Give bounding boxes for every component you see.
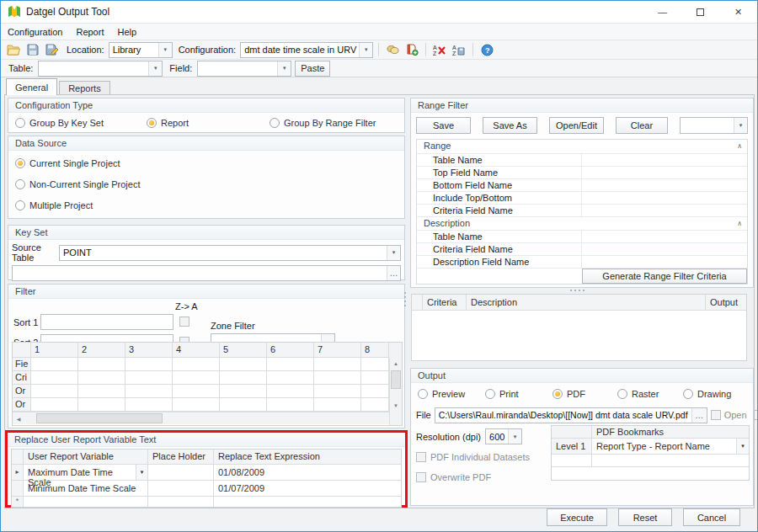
menu-help[interactable]: Help xyxy=(110,24,143,40)
bookmarks-empty-row[interactable] xyxy=(552,466,749,480)
chevron-down-icon[interactable]: ▾ xyxy=(136,465,147,480)
column-header[interactable]: 7 xyxy=(314,343,361,358)
grid-cell[interactable] xyxy=(361,398,389,412)
grid-cell[interactable] xyxy=(78,385,125,398)
property-value[interactable] xyxy=(582,154,747,166)
silent-checkbox[interactable] xyxy=(754,410,758,420)
generate-range-filter-button[interactable]: Generate Range Filter Criteria xyxy=(582,269,747,284)
help-button[interactable]: ? xyxy=(478,42,495,58)
placeholder-cell[interactable] xyxy=(148,497,214,507)
ellipsis-icon[interactable]: … xyxy=(387,266,400,280)
column-header[interactable]: Description xyxy=(467,295,706,311)
grid-cell[interactable] xyxy=(78,371,125,385)
pdf-individual-checkbox[interactable] xyxy=(416,452,426,462)
placeholder-cell[interactable] xyxy=(148,481,214,497)
clear-button[interactable]: Clear xyxy=(616,117,668,134)
radio-print[interactable]: Print xyxy=(485,389,552,399)
expression-cell[interactable]: 01/07/2009 xyxy=(214,481,401,497)
bookmarks-empty-row[interactable] xyxy=(552,455,749,466)
radio-multiple-project[interactable]: Multiple Project xyxy=(15,200,404,210)
variable-cell[interactable]: Minimum Date Time Scale xyxy=(24,481,148,497)
minimize-button[interactable]: — xyxy=(643,1,681,23)
configuration-combobox[interactable]: dmt date time scale in URV ▾ xyxy=(240,42,373,58)
grid-cell[interactable] xyxy=(31,358,78,371)
grid-cell[interactable] xyxy=(361,385,389,398)
criteria-splitter[interactable] xyxy=(570,290,585,291)
save-range-button[interactable]: Save xyxy=(416,117,471,134)
grid-cell[interactable] xyxy=(78,398,125,412)
menu-configuration[interactable]: Configuration xyxy=(1,24,69,40)
open-edit-button[interactable]: Open/Edit xyxy=(549,117,604,134)
property-value[interactable] xyxy=(582,179,747,191)
grid-cell[interactable] xyxy=(314,385,361,398)
chevron-down-icon[interactable]: ▾ xyxy=(508,429,521,444)
property-value[interactable] xyxy=(582,243,747,255)
replace-grid-row[interactable]: Minimum Date Time Scale 01/07/2009 xyxy=(12,481,401,497)
source-table-combobox[interactable]: POINT ▾ xyxy=(59,245,401,261)
tab-general[interactable]: General xyxy=(6,78,57,95)
grid-cell[interactable] xyxy=(220,398,267,412)
table-combobox[interactable]: ▾ xyxy=(38,61,163,77)
grid-cell[interactable] xyxy=(78,358,125,371)
open-checkbox[interactable] xyxy=(711,410,721,420)
filter-grid-row[interactable]: Fie xyxy=(13,358,402,371)
scroll-down-icon[interactable]: ▼ xyxy=(390,400,402,412)
radio-drawing[interactable]: Drawing xyxy=(683,389,731,399)
bookmark-value-cell[interactable]: Report Type - Report Name ▾ xyxy=(592,439,749,455)
grid-cell[interactable] xyxy=(173,358,220,371)
radio-pdf[interactable]: PDF xyxy=(552,389,617,399)
sort1-input[interactable] xyxy=(40,314,173,330)
reset-button[interactable]: Reset xyxy=(618,508,672,526)
location-combobox[interactable]: Library ▾ xyxy=(109,42,173,58)
radio-preview[interactable]: Preview xyxy=(418,389,485,399)
grid-cell[interactable] xyxy=(173,385,220,398)
chevron-down-icon[interactable]: ▾ xyxy=(277,61,291,76)
radio-group-by-range-filter[interactable]: Group By Range Filter xyxy=(270,118,376,128)
variable-cell[interactable] xyxy=(24,497,148,507)
column-header[interactable]: 1 xyxy=(31,343,78,358)
delete-sort-button[interactable]: A Z xyxy=(431,42,448,58)
range-section-header[interactable]: Range ∧ xyxy=(417,140,747,153)
description-section-header[interactable]: Description ∧ xyxy=(417,216,747,230)
grid-cell[interactable] xyxy=(31,371,78,385)
grid-cell[interactable] xyxy=(220,371,267,385)
expression-cell[interactable]: 01/08/2009 xyxy=(214,465,401,481)
property-row[interactable]: Table Name xyxy=(417,153,747,166)
collapse-icon[interactable]: ∧ xyxy=(737,140,742,153)
scroll-thumb[interactable] xyxy=(36,413,163,423)
property-row[interactable]: Description Field Name xyxy=(417,255,747,268)
column-header[interactable]: User Report Variable xyxy=(24,450,148,465)
new-report-button[interactable] xyxy=(403,42,420,58)
chevron-down-icon[interactable]: ▾ xyxy=(736,439,749,454)
copy-configuration-button[interactable] xyxy=(384,42,401,58)
scroll-thumb[interactable] xyxy=(391,370,401,389)
grid-cell[interactable] xyxy=(267,358,314,371)
expression-cell[interactable] xyxy=(214,497,401,507)
vertical-scrollbar[interactable]: ▲ ▼ xyxy=(389,358,402,425)
grid-cell[interactable] xyxy=(314,398,361,412)
filter-grid-row[interactable]: Or xyxy=(13,385,402,398)
grid-cell[interactable] xyxy=(267,371,314,385)
scroll-up-icon[interactable]: ▲ xyxy=(390,358,402,370)
chevron-down-icon[interactable]: ▾ xyxy=(158,43,172,57)
execute-button[interactable]: Execute xyxy=(547,508,607,526)
replace-grid-row[interactable]: ▸ Maximum Date Time Scale ▾ 01/08/2009 xyxy=(12,465,401,481)
replace-grid-new-row[interactable]: * xyxy=(12,497,401,507)
collapse-icon[interactable]: ∧ xyxy=(737,217,742,230)
property-row[interactable]: Criteria Field Name xyxy=(417,204,747,216)
column-header[interactable]: Criteria xyxy=(423,295,467,311)
scroll-left-icon[interactable]: ◀ xyxy=(13,412,24,424)
grid-cell[interactable] xyxy=(314,358,361,371)
grid-cell[interactable] xyxy=(173,398,220,412)
column-header[interactable]: Output xyxy=(706,295,746,311)
close-button[interactable]: ✕ xyxy=(719,1,757,23)
filter-grid-row[interactable]: Or xyxy=(13,398,402,412)
grid-cell[interactable] xyxy=(125,358,173,371)
property-row[interactable]: Table Name xyxy=(417,230,747,242)
property-row[interactable]: Include Top/Bottom xyxy=(417,191,747,204)
property-row[interactable]: Top Field Name xyxy=(417,166,747,178)
grid-cell[interactable] xyxy=(220,358,267,371)
column-header[interactable]: 4 xyxy=(173,343,220,358)
cancel-button[interactable]: Cancel xyxy=(683,508,740,526)
grid-cell[interactable] xyxy=(314,371,361,385)
